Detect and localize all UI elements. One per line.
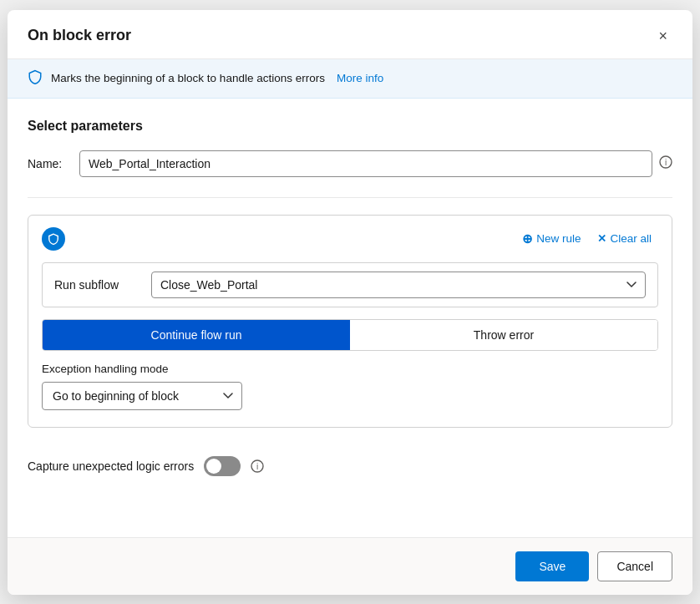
cancel-button[interactable]: Cancel (597, 551, 672, 581)
throw-error-tab[interactable]: Throw error (350, 320, 657, 350)
panel-shield-icon (42, 227, 65, 251)
dialog: On block error × Marks the beginning of … (8, 10, 692, 595)
banner-text: Marks the beginning of a block to handle… (51, 72, 325, 84)
info-banner: Marks the beginning of a block to handle… (8, 59, 692, 99)
new-rule-button[interactable]: ⊕ New rule (515, 228, 587, 250)
continue-flow-tab[interactable]: Continue flow run (43, 320, 350, 350)
name-input-wrap: i (79, 150, 672, 177)
exception-section: Exception handling mode Go to beginning … (42, 363, 658, 410)
exception-select[interactable]: Go to beginning of block Go to next acti… (42, 382, 242, 410)
subflow-label: Run subflow (54, 278, 138, 292)
subflow-select[interactable]: Close_Web_Portal Open_Web_Portal Submit_… (151, 272, 646, 298)
name-label: Name: (28, 157, 69, 170)
save-button[interactable]: Save (515, 551, 589, 581)
capture-info-icon[interactable]: i (251, 459, 264, 473)
shield-icon (28, 69, 43, 88)
dialog-footer: Save Cancel (8, 537, 692, 595)
new-rule-label: New rule (536, 232, 581, 245)
dialog-header: On block error × (8, 10, 692, 59)
svg-text:i: i (665, 158, 667, 167)
dialog-body: Select parameters Name: i (8, 99, 692, 537)
capture-row: Capture unexpected logic errors i (28, 441, 672, 483)
rules-panel-header: ⊕ New rule ✕ Clear all (42, 227, 658, 251)
rules-panel: ⊕ New rule ✕ Clear all Run subflow Close… (28, 215, 672, 428)
subflow-row: Run subflow Close_Web_Portal Open_Web_Po… (42, 262, 658, 307)
svg-text:i: i (256, 462, 258, 471)
section-title: Select parameters (28, 119, 672, 134)
toggle-slider (204, 456, 241, 476)
close-button[interactable]: × (653, 25, 672, 47)
exception-select-wrapper: Go to beginning of block Go to next acti… (42, 382, 242, 410)
name-input[interactable] (79, 150, 652, 177)
more-info-link[interactable]: More info (337, 72, 383, 84)
plus-icon: ⊕ (522, 231, 533, 246)
dialog-title: On block error (28, 27, 131, 44)
capture-toggle[interactable] (204, 456, 241, 476)
name-field-row: Name: i (28, 150, 672, 177)
clear-all-button[interactable]: ✕ Clear all (591, 229, 658, 248)
x-icon: ✕ (597, 232, 606, 245)
divider (28, 197, 672, 198)
clear-all-label: Clear all (610, 232, 652, 245)
exception-label: Exception handling mode (42, 363, 658, 375)
capture-label: Capture unexpected logic errors (28, 459, 194, 473)
tab-row: Continue flow run Throw error (42, 319, 658, 351)
name-info-icon[interactable]: i (659, 155, 672, 172)
toggle-wrap (204, 456, 241, 476)
